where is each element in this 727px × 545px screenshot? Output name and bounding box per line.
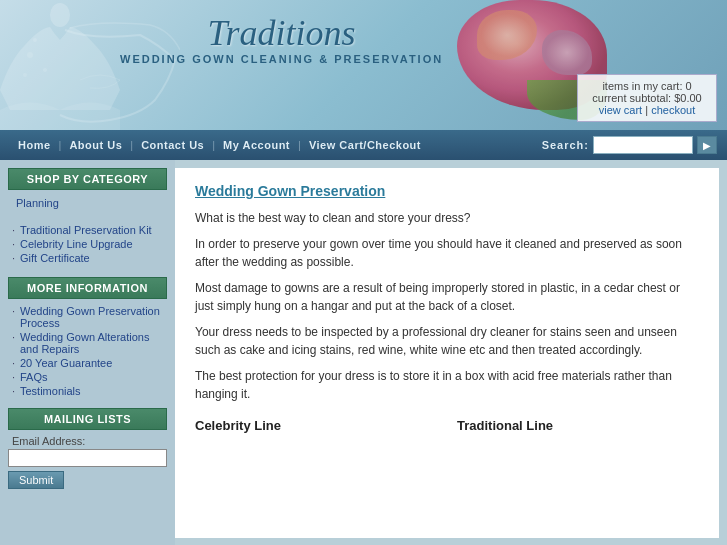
content-para-2: Most damage to gowns are a result of bei… [195,279,699,315]
svg-point-0 [50,3,70,27]
traditional-line-title: Traditional Line [457,418,699,433]
submit-button[interactable]: Submit [8,471,64,489]
svg-point-3 [23,73,27,77]
nav-contact[interactable]: Contact Us [133,139,212,151]
svg-point-1 [27,52,33,58]
sidebar-item-guarantee: 20 Year Guarantee [8,356,167,370]
search-label: Search: [542,139,589,151]
process-link[interactable]: Wedding Gown Preservation Process [20,305,160,329]
search-button[interactable]: ▶ [697,136,717,154]
alterations-link[interactable]: Wedding Gown Alterations and Repairs [20,331,149,355]
cart-summary: items in my cart: 0 current subtotal: $0… [577,74,717,122]
mailing-header: Mailing Lists [8,408,167,430]
svg-point-4 [33,38,37,42]
site-header: Traditions Wedding Gown Cleaning & Prese… [0,0,727,130]
planning-link[interactable]: Planning [16,197,59,209]
sidebar-item-testimonials: Testimonials [8,384,167,398]
content-para-3: Your dress needs to be inspected by a pr… [195,323,699,359]
nav-account[interactable]: My Account [215,139,298,151]
sidebar-spacer-2 [8,265,167,277]
nav-cart[interactable]: View Cart/Checkout [301,139,429,151]
preservation-kit-link[interactable]: Traditional Preservation Kit [20,224,152,236]
email-input[interactable] [8,449,167,467]
nav-links: Home | About Us | Contact Us | My Accoun… [10,139,542,151]
category-header: Shop By Category [8,168,167,190]
celebrity-link[interactable]: Celebrity Line Upgrade [20,238,133,250]
cart-links: view cart | checkout [588,104,706,116]
guarantee-link[interactable]: 20 Year Guarantee [20,357,112,369]
content-para-1: In order to preserve your gown over time… [195,235,699,271]
content-para-0: What is the best way to clean and store … [195,209,699,227]
testimonials-link[interactable]: Testimonials [20,385,81,397]
celebrity-line-title: Celebrity Line [195,418,437,433]
nav-search-area: Search: ▶ [542,136,717,154]
cart-separator: | [642,104,651,116]
logo-subtitle: Wedding Gown Cleaning & Preservation [120,53,443,65]
svg-point-2 [43,68,47,72]
sidebar-spacer-1 [8,211,167,223]
celebrity-line-col: Celebrity Line [195,418,437,438]
checkout-link[interactable]: checkout [651,104,695,116]
sidebar-item-gift: Gift Certificate [8,251,167,265]
more-info-header: More Information [8,277,167,299]
content-para-4: The best protection for your dress is to… [195,367,699,403]
navigation-bar: Home | About Us | Contact Us | My Accoun… [0,130,727,160]
view-cart-link[interactable]: view cart [599,104,642,116]
nav-about[interactable]: About Us [61,139,130,151]
sidebar-item-preservation-kit: Traditional Preservation Kit [8,223,167,237]
cart-items-text: items in my cart: 0 [588,80,706,92]
traditional-line-col: Traditional Line [457,418,699,438]
sidebar-item-faqs: FAQs [8,370,167,384]
content-area: Wedding Gown Preservation What is the be… [175,168,719,538]
mailing-section: Mailing Lists Email Address: Submit [8,408,167,489]
sidebar-item-process: Wedding Gown Preservation Process [8,304,167,330]
nav-home[interactable]: Home [10,139,59,151]
logo-area: Traditions Wedding Gown Cleaning & Prese… [120,15,443,65]
content-bottom-row: Celebrity Line Traditional Line [195,418,699,438]
cart-subtotal-text: current subtotal: $0.00 [588,92,706,104]
faqs-link[interactable]: FAQs [20,371,48,383]
sidebar-item-alterations: Wedding Gown Alterations and Repairs [8,330,167,356]
sidebar-item-celebrity: Celebrity Line Upgrade [8,237,167,251]
main-layout: Shop By Category Planning Traditional Pr… [0,160,727,545]
sidebar: Shop By Category Planning Traditional Pr… [0,160,175,545]
email-label: Email Address: [8,435,167,447]
gift-link[interactable]: Gift Certificate [20,252,90,264]
sidebar-planning: Planning [8,195,167,211]
logo-title: Traditions [120,15,443,51]
search-input[interactable] [593,136,693,154]
content-title: Wedding Gown Preservation [195,183,699,199]
